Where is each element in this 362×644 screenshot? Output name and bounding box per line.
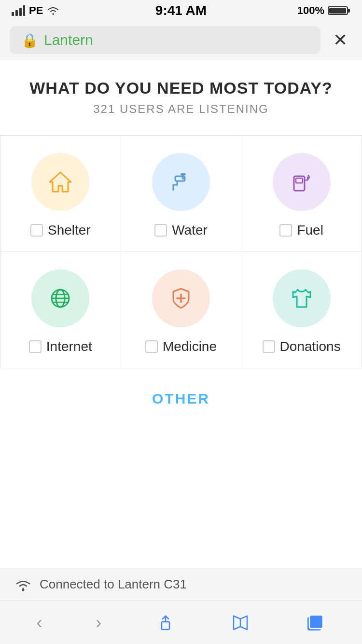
grid-cell-shelter[interactable]: Shelter [0, 136, 121, 252]
water-icon-circle [152, 153, 210, 211]
shelter-icon-circle [31, 153, 89, 211]
wifi-bottom-icon [14, 578, 32, 591]
tabs-button[interactable] [295, 607, 335, 638]
svg-rect-1 [15, 10, 18, 16]
donations-icon-circle [273, 269, 331, 327]
medicine-label-row: Medicine [145, 339, 217, 354]
svg-rect-11 [296, 178, 303, 183]
main-content: WHAT DO YOU NEED MOST TODAY? 321 USERS A… [0, 59, 362, 568]
svg-point-19 [22, 588, 25, 591]
lock-icon: 🔒 [21, 32, 38, 48]
connected-text: Connected to Lantern C31 [40, 577, 187, 592]
shelter-label: Shelter [48, 223, 91, 238]
grid-cell-water[interactable]: Water [121, 136, 242, 252]
back-chevron-icon: ‹ [36, 613, 42, 633]
status-bar: PE 9:41 AM 100% [0, 0, 362, 21]
svg-rect-6 [329, 8, 346, 14]
bottom-bar: Connected to Lantern C31 [0, 568, 362, 601]
browser-nav-bar: ‹ › [0, 601, 362, 644]
svg-rect-9 [181, 173, 186, 175]
medicine-icon-circle [152, 269, 210, 327]
back-button[interactable]: ‹ [27, 608, 52, 638]
forward-button[interactable]: › [86, 608, 111, 638]
url-bar-inner[interactable]: 🔒 Lantern [10, 26, 320, 54]
svg-rect-5 [348, 9, 350, 13]
medicine-checkbox[interactable] [145, 340, 158, 353]
fuel-icon-circle [273, 153, 331, 211]
battery-icon [328, 5, 350, 16]
page-title: WHAT DO YOU NEED MOST TODAY? [29, 79, 332, 98]
internet-label: Internet [46, 339, 92, 354]
status-left: PE [12, 4, 59, 17]
status-time: 9:41 AM [155, 3, 207, 18]
svg-rect-23 [309, 615, 323, 629]
close-button[interactable]: ✕ [328, 30, 352, 50]
fuel-checkbox[interactable] [279, 224, 292, 237]
forward-chevron-icon: › [96, 613, 101, 633]
shelter-icon [46, 168, 75, 196]
signal-icon [12, 5, 25, 16]
fuel-icon [287, 168, 316, 196]
status-right: 100% [297, 4, 350, 17]
fuel-label-row: Fuel [279, 223, 323, 238]
water-icon [167, 168, 195, 196]
grid-cell-internet[interactable]: Internet [0, 252, 121, 368]
svg-rect-20 [162, 622, 169, 630]
medicine-label: Medicine [163, 339, 217, 354]
tabs-icon [305, 612, 326, 633]
svg-rect-3 [23, 5, 25, 16]
page-subtitle: 321 USERS ARE LISTENING [93, 102, 268, 116]
battery-percent: 100% [297, 4, 324, 17]
internet-icon [46, 284, 75, 313]
needs-grid: Shelter Water [0, 135, 362, 368]
fuel-label: Fuel [297, 223, 323, 238]
shelter-checkbox[interactable] [30, 224, 43, 237]
donations-icon [287, 284, 316, 313]
site-label: Lantern [44, 32, 93, 48]
grid-cell-donations[interactable]: Donations [241, 252, 362, 368]
wifi-icon [47, 6, 59, 15]
water-checkbox[interactable] [154, 224, 167, 237]
donations-label-row: Donations [263, 339, 341, 354]
svg-rect-2 [19, 8, 22, 16]
svg-rect-0 [12, 12, 14, 16]
shelter-label-row: Shelter [30, 223, 91, 238]
grid-cell-medicine[interactable]: Medicine [121, 252, 242, 368]
water-label-row: Water [154, 223, 208, 238]
bookmarks-button[interactable] [220, 607, 261, 638]
donations-label: Donations [280, 339, 341, 354]
share-button[interactable] [145, 607, 186, 638]
donations-checkbox[interactable] [263, 340, 275, 353]
other-button[interactable]: OTHER [138, 386, 224, 412]
internet-icon-circle [31, 269, 89, 327]
share-icon [155, 612, 176, 633]
medicine-icon [167, 284, 195, 313]
grid-cell-fuel[interactable]: Fuel [241, 136, 362, 252]
water-label: Water [172, 223, 208, 238]
url-bar: 🔒 Lantern ✕ [0, 21, 362, 59]
carrier-label: PE [29, 4, 43, 17]
book-icon [230, 612, 251, 633]
internet-checkbox[interactable] [29, 340, 42, 353]
internet-label-row: Internet [29, 339, 92, 354]
